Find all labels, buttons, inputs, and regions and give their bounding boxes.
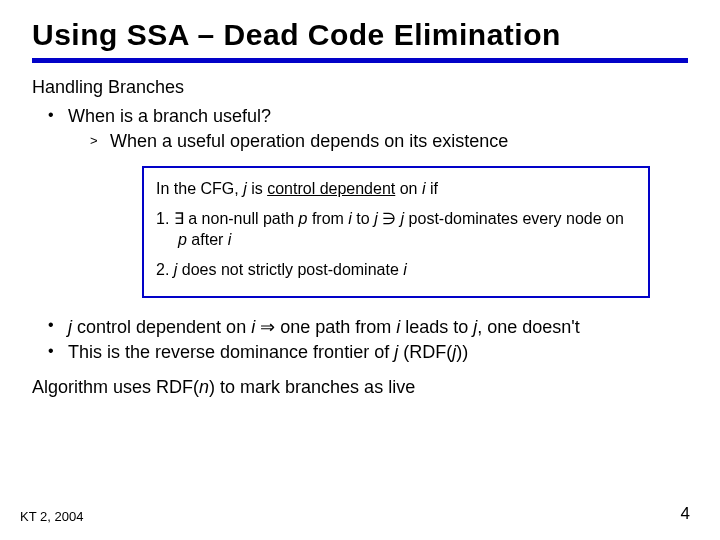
box-text: ∋ (378, 210, 401, 227)
box-text: if (426, 180, 438, 197)
bullet-list-2: j control dependent on i ⇒ one path from… (42, 316, 688, 363)
bullet-text: (RDF( (398, 342, 452, 362)
slide: Using SSA – Dead Code Elimination Handli… (0, 0, 720, 540)
var-n: n (199, 377, 209, 397)
sub-list-1: When a useful operation depends on its e… (90, 131, 688, 152)
box-text: on (395, 180, 422, 197)
var-i: i (228, 231, 232, 248)
bullet-text: control dependent on (72, 317, 251, 337)
box-text: post-dominates every node on (404, 210, 624, 227)
bullet-text: ⇒ one path from (255, 317, 396, 337)
sub-item-1: When a useful operation depends on its e… (90, 131, 688, 152)
var-i: i (403, 261, 407, 278)
box-text: In the CFG, (156, 180, 243, 197)
bullet-text: , one doesn't (477, 317, 580, 337)
box-text: does not strictly post-dominate (177, 261, 403, 278)
bullet-item-3: This is the reverse dominance frontier o… (42, 342, 688, 363)
algorithm-note: Algorithm uses RDF(n) to mark branches a… (32, 377, 688, 398)
algo-text: Algorithm uses RDF( (32, 377, 199, 397)
bullet-1-text: When is a branch useful? (68, 106, 271, 126)
algo-text: ) to mark branches as live (209, 377, 415, 397)
slide-title: Using SSA – Dead Code Elimination (32, 18, 688, 52)
box-text: from (307, 210, 348, 227)
box-intro: In the CFG, j is control dependent on i … (156, 178, 636, 200)
title-rule (32, 58, 688, 63)
term-control-dependent: control dependent (267, 180, 395, 197)
footer-citation: KT 2, 2004 (20, 509, 83, 524)
bullet-text: )) (456, 342, 468, 362)
box-text: after (187, 231, 228, 248)
page-number: 4 (681, 504, 690, 524)
var-p: p (178, 231, 187, 248)
box-text: to (352, 210, 374, 227)
box-text: is (247, 180, 267, 197)
box-condition-1: 1. ∃ a non-null path p from i to j ∋ j p… (156, 208, 636, 251)
definition-box: In the CFG, j is control dependent on i … (142, 166, 650, 298)
bullet-text: leads to (400, 317, 473, 337)
bullet-item-2: j control dependent on i ⇒ one path from… (42, 316, 688, 338)
subheading: Handling Branches (32, 77, 688, 98)
bullet-list-1: When is a branch useful? When a useful o… (42, 106, 688, 152)
box-text: 2. (156, 261, 174, 278)
box-condition-2: 2. j does not strictly post-dominate i (156, 259, 636, 281)
box-text: 1. ∃ a non-null path (156, 210, 299, 227)
bullet-item-1: When is a branch useful? When a useful o… (42, 106, 688, 152)
bullet-text: This is the reverse dominance frontier o… (68, 342, 394, 362)
